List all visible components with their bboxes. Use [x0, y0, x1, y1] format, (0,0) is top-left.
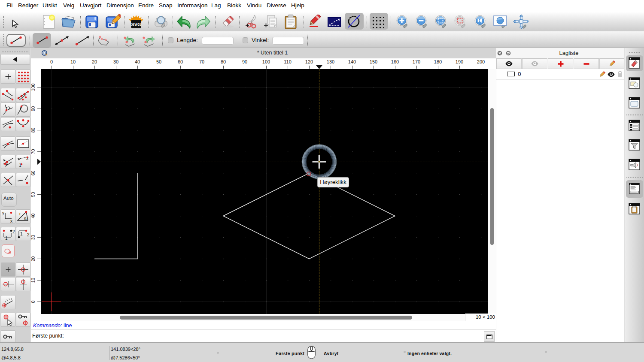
svg-text:130: 130: [327, 59, 334, 64]
svg-text:140: 140: [348, 59, 356, 64]
svg-text:70: 70: [199, 59, 204, 64]
svg-text:190: 190: [456, 59, 463, 64]
svg-text:40: 40: [31, 214, 36, 219]
svg-text:100: 100: [31, 84, 36, 91]
svg-text:60: 60: [178, 59, 183, 64]
svg-text:50: 50: [31, 192, 36, 197]
svg-text:60: 60: [31, 171, 36, 176]
svg-text:1: 1: [5, 236, 8, 241]
svg-text:20: 20: [31, 256, 36, 262]
svg-text:a: a: [24, 216, 27, 220]
svg-text:10: 10: [31, 278, 36, 283]
svg-text:r: r: [19, 211, 21, 216]
svg-text:90: 90: [242, 59, 247, 64]
svg-text:10: 10: [70, 59, 76, 64]
svg-text:180: 180: [434, 59, 442, 64]
svg-text:120: 120: [305, 59, 313, 64]
svg-text:y: y: [2, 211, 4, 215]
svg-text:0: 0: [50, 59, 53, 64]
svg-text:90: 90: [31, 106, 36, 112]
svg-text:2: 2: [12, 229, 15, 234]
svg-text:40: 40: [135, 59, 140, 64]
svg-text:2: 2: [27, 232, 30, 237]
svg-text:30: 30: [31, 235, 36, 240]
svg-text:100: 100: [262, 59, 270, 64]
svg-text:20: 20: [92, 59, 97, 64]
svg-text:80: 80: [31, 128, 36, 133]
svg-text:80: 80: [221, 59, 226, 64]
svg-text:30: 30: [113, 59, 118, 64]
svg-text:50: 50: [156, 59, 161, 64]
svg-text:70: 70: [31, 149, 36, 154]
svg-text:SVG: SVG: [131, 22, 141, 27]
svg-text:200: 200: [477, 59, 485, 64]
svg-text:110: 110: [284, 59, 292, 64]
svg-text:150: 150: [370, 59, 377, 64]
svg-text:160: 160: [391, 59, 399, 64]
svg-text:170: 170: [413, 59, 420, 64]
svg-text:0: 0: [31, 300, 36, 303]
svg-text:x: x: [10, 219, 12, 223]
svg-text:1: 1: [20, 232, 23, 236]
